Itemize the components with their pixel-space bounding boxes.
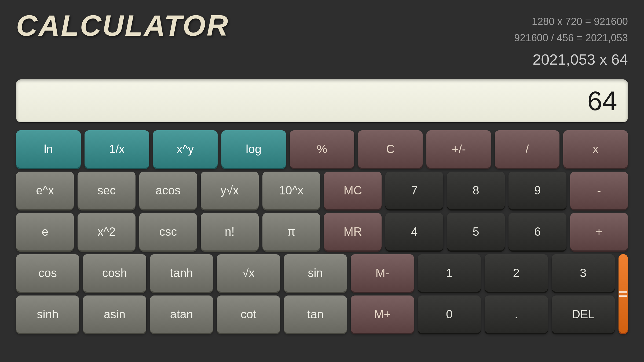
inverse-button[interactable]: 1/x (85, 130, 149, 168)
factorial-button[interactable]: n! (201, 213, 258, 250)
keypad: ln1/xx^ylog%C+/-/xe^xsecacosy√x10^xMC789… (0, 128, 644, 362)
pi-button[interactable]: π (262, 213, 320, 250)
six-button[interactable]: 6 (508, 213, 566, 250)
xpowy-button[interactable]: x^y (153, 130, 218, 168)
nine-button[interactable]: 9 (508, 172, 566, 209)
sqrt-button[interactable]: √x (217, 254, 280, 292)
acos-button[interactable]: acos (139, 172, 197, 209)
history-line3: 2021,053 x 64 (514, 47, 628, 72)
two-button[interactable]: 2 (485, 254, 548, 292)
key-row-3: coscoshtanh√xsinM-123 (16, 254, 615, 292)
eight-button[interactable]: 8 (447, 172, 505, 209)
tanh-button[interactable]: tanh (150, 254, 213, 292)
history-line1: 1280 x 720 = 921600 (514, 13, 628, 30)
log-button[interactable]: log (221, 130, 286, 168)
ln-button[interactable]: ln (16, 130, 81, 168)
key-row-1: e^xsecacosy√x10^xMC789- (16, 172, 628, 209)
cos-button[interactable]: cos (16, 254, 79, 292)
display-screen: 64 (16, 79, 628, 122)
bottom-rows-wrapper: coscoshtanh√xsinM-123sinhasinatancottanM… (16, 254, 628, 354)
equals-button[interactable]: = (619, 254, 628, 333)
one-button[interactable]: 1 (418, 254, 481, 292)
five-button[interactable]: 5 (447, 213, 505, 250)
percent-button[interactable]: % (290, 130, 354, 168)
bottom-left-cols: coscoshtanh√xsinM-123sinhasinatancottanM… (16, 254, 615, 354)
divide-button[interactable]: / (495, 130, 559, 168)
asin-button[interactable]: asin (83, 295, 146, 333)
decimal-button[interactable]: . (485, 295, 548, 333)
mplus-button[interactable]: M+ (351, 295, 414, 333)
yroot-button[interactable]: y√x (201, 172, 258, 209)
mc-button[interactable]: MC (324, 172, 382, 209)
equals-wrapper: = (619, 254, 628, 354)
mminus-button[interactable]: M- (351, 254, 414, 292)
clear-button[interactable]: C (358, 130, 423, 168)
subtract-button[interactable]: - (570, 172, 628, 209)
three-button[interactable]: 3 (552, 254, 615, 292)
key-row-2: ex^2cscn!πMR456+ (16, 213, 628, 250)
cosh-button[interactable]: cosh (83, 254, 146, 292)
del-button[interactable]: DEL (552, 295, 615, 333)
mr-button[interactable]: MR (324, 213, 382, 250)
csc-button[interactable]: csc (139, 213, 197, 250)
sec-button[interactable]: sec (78, 172, 135, 209)
xsq-button[interactable]: x^2 (78, 213, 135, 250)
tan-button[interactable]: tan (284, 295, 347, 333)
sin-button[interactable]: sin (284, 254, 347, 292)
key-row-4: sinhasinatancottanM+0.DEL (16, 295, 615, 333)
seven-button[interactable]: 7 (385, 172, 443, 209)
atan-button[interactable]: atan (150, 295, 213, 333)
euler-button[interactable]: e (16, 213, 74, 250)
sinh-button[interactable]: sinh (16, 295, 79, 333)
app-title: CALCULATOR (16, 11, 229, 40)
multiply-button[interactable]: x (563, 130, 628, 168)
cot-button[interactable]: cot (217, 295, 280, 333)
add-button[interactable]: + (570, 213, 628, 250)
display-value: 64 (587, 86, 617, 116)
epowx-button[interactable]: e^x (16, 172, 74, 209)
negate-button[interactable]: +/- (426, 130, 491, 168)
tenpowx-button[interactable]: 10^x (262, 172, 320, 209)
four-button[interactable]: 4 (385, 213, 443, 250)
key-row-0: ln1/xx^ylog%C+/-/x (16, 130, 628, 168)
history-line2: 921600 / 456 = 2021,053 (514, 30, 628, 46)
history-panel: 1280 x 720 = 921600 921600 / 456 = 2021,… (514, 11, 628, 71)
zero-button[interactable]: 0 (418, 295, 481, 333)
